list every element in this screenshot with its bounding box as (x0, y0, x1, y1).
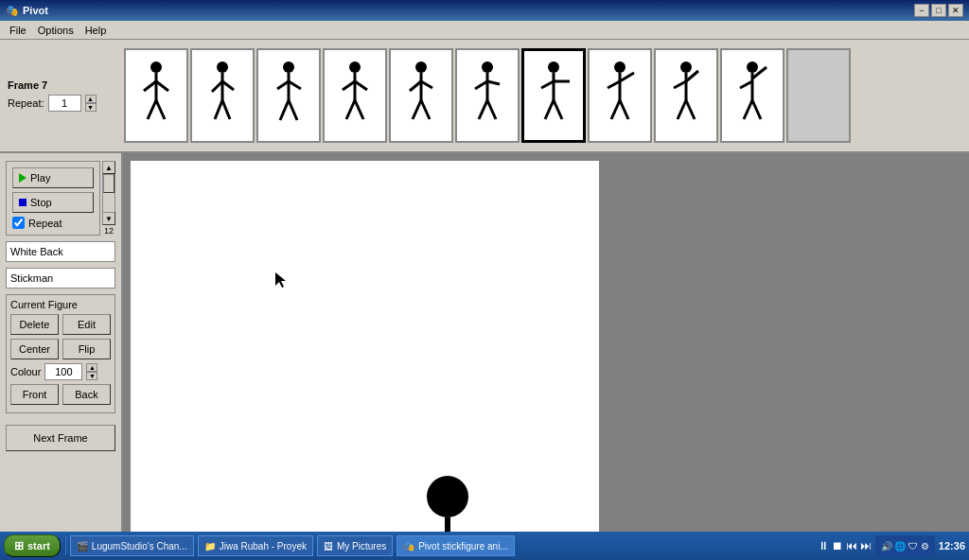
media-btn-4[interactable]: ⏭ (860, 539, 872, 552)
svg-point-6 (217, 61, 228, 73)
minimize-button[interactable]: − (914, 4, 929, 17)
jiwa-icon: 📁 (204, 541, 216, 551)
frame-thumb-5[interactable] (389, 48, 453, 143)
scroll-thumb[interactable] (103, 174, 115, 193)
svg-line-22 (346, 100, 355, 119)
taskbar-btn-jiwa[interactable]: 📁 Jiwa Rubah - Proyek (198, 535, 313, 556)
background-dropdown[interactable]: White Back Black Back Custom... (6, 241, 115, 262)
svg-point-36 (548, 61, 559, 73)
repeat-input[interactable] (48, 95, 81, 112)
content-area: Play Stop Repeat ▲ ▼ (0, 153, 969, 560)
frame-thumb-6[interactable] (455, 48, 520, 143)
taskbar-btn-pivot[interactable]: 🎭 Pivot stickfigure ani... (396, 535, 514, 556)
next-frame-button[interactable]: Next Frame (6, 425, 115, 451)
svg-point-24 (415, 61, 427, 73)
delete-button[interactable]: Delete (10, 314, 59, 335)
left-panel: Play Stop Repeat ▲ ▼ (0, 153, 123, 560)
svg-line-44 (608, 81, 620, 88)
svg-line-3 (156, 81, 168, 91)
repeat-spin-down[interactable]: ▼ (85, 103, 97, 112)
svg-line-29 (421, 100, 430, 119)
svg-line-34 (479, 100, 487, 119)
colour-spin-down[interactable]: ▼ (86, 372, 97, 380)
playback-section: Play Stop Repeat ▲ ▼ (6, 161, 115, 236)
svg-line-17 (289, 100, 297, 120)
edit-button[interactable]: Edit (62, 314, 111, 335)
frame-thumb-3[interactable] (256, 48, 321, 143)
taskbar-divider (64, 536, 66, 555)
center-button[interactable]: Center (10, 339, 59, 359)
svg-point-0 (150, 61, 162, 73)
scroll-value: 12 (102, 226, 115, 236)
windows-logo: ⊞ (14, 539, 24, 552)
frame-thumb-1[interactable] (124, 48, 188, 143)
svg-line-14 (277, 81, 289, 89)
svg-line-38 (541, 81, 554, 88)
animation-canvas[interactable] (131, 161, 599, 553)
svg-line-46 (611, 100, 620, 119)
repeat-checkbox[interactable] (12, 217, 25, 229)
svg-point-42 (614, 61, 625, 73)
menu-options[interactable]: Options (32, 23, 79, 38)
filmstrip-area: Frame 7 Repeat: ▲ ▼ (0, 40, 969, 153)
svg-point-12 (283, 61, 294, 73)
svg-point-18 (349, 61, 361, 73)
frame-thumb-7[interactable] (521, 48, 586, 143)
svg-line-58 (744, 100, 752, 119)
repeat-spin-up[interactable]: ▲ (85, 95, 97, 103)
svg-point-54 (747, 61, 758, 73)
colour-input[interactable] (44, 363, 82, 380)
svg-line-9 (222, 81, 234, 90)
frame-thumb-8[interactable] (588, 48, 652, 143)
maximize-button[interactable]: □ (931, 4, 946, 17)
media-btn-1[interactable]: ⏸ (818, 539, 829, 552)
svg-line-4 (148, 100, 156, 119)
canvas-area (123, 153, 969, 560)
playback-controls: Play Stop Repeat (6, 161, 100, 236)
svg-line-27 (421, 81, 432, 88)
stickman-svg (131, 161, 599, 553)
svg-line-53 (686, 100, 695, 119)
close-button[interactable]: ✕ (948, 4, 963, 17)
center-flip-row: Center Flip (10, 339, 111, 359)
front-button[interactable]: Front (10, 384, 59, 405)
play-button[interactable]: Play (12, 167, 94, 188)
taskbar-right: ⏸ ⏹ ⏮ ⏭ 🔊 🌐 🛡 ⚙ 12:36 (818, 535, 965, 556)
tray-icons: 🔊 🌐 🛡 ⚙ (881, 541, 929, 551)
media-btn-3[interactable]: ⏮ (846, 539, 857, 552)
frame-thumb-4[interactable] (323, 48, 387, 143)
svg-line-41 (554, 100, 562, 119)
scroll-down-btn[interactable]: ▼ (102, 212, 115, 225)
start-button[interactable]: ⊞ start (4, 534, 61, 557)
menu-help[interactable]: Help (79, 23, 113, 38)
frame-empty-11[interactable] (786, 48, 851, 143)
back-button[interactable]: Back (62, 384, 111, 405)
main-container: Frame 7 Repeat: ▲ ▼ (0, 40, 969, 560)
flip-button[interactable]: Flip (62, 339, 111, 359)
pictures-icon: 🖼 (324, 541, 333, 551)
frame-thumb-2[interactable] (190, 48, 255, 143)
repeat-row: Repeat (12, 217, 94, 229)
filmstrip-frames (124, 48, 961, 143)
repeat-label: Repeat (28, 218, 62, 229)
stop-button[interactable]: Stop (12, 192, 94, 213)
svg-line-32 (475, 81, 487, 89)
svg-line-52 (678, 100, 686, 119)
svg-point-30 (482, 61, 493, 73)
figure-dropdown[interactable]: Stickman Figure2 (6, 268, 115, 289)
svg-line-40 (545, 100, 554, 119)
menu-bar: File Options Help (0, 21, 969, 40)
frame-thumb-9[interactable] (654, 48, 718, 143)
svg-line-26 (410, 81, 421, 91)
svg-line-50 (674, 81, 686, 88)
colour-spin-up[interactable]: ▲ (86, 363, 97, 372)
scroll-up-btn[interactable]: ▲ (102, 161, 115, 174)
stop-icon (19, 199, 26, 206)
colour-row: Colour ▲ ▼ (10, 363, 111, 380)
frame-thumb-10[interactable] (720, 48, 784, 143)
frame-info: Frame 7 Repeat: ▲ ▼ (8, 79, 116, 112)
media-btn-2[interactable]: ⏹ (832, 539, 843, 552)
taskbar-btn-lugum[interactable]: 🎬 LugumStudio's Chan... (70, 535, 194, 556)
taskbar-btn-pictures[interactable]: 🖼 My Pictures (317, 535, 393, 556)
menu-file[interactable]: File (4, 23, 32, 38)
